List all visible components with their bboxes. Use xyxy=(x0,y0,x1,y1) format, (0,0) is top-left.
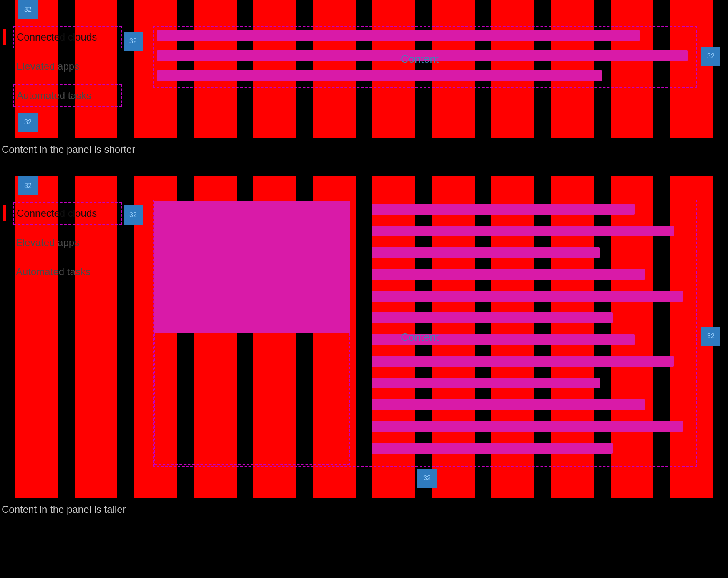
spacer-value: 32 xyxy=(707,332,715,340)
content-text-column xyxy=(372,204,693,454)
nav-item-connected-clouds[interactable]: Connected clouds xyxy=(13,202,122,225)
spacer-value: 32 xyxy=(24,6,32,13)
nav-item-label: Automated tasks xyxy=(16,266,91,278)
content-panel xyxy=(153,26,697,88)
nav-item-elevated-apps[interactable]: Elevated apps xyxy=(13,55,122,78)
text-placeholder-bar xyxy=(372,291,683,302)
layout-example-shorter: 32 Connected clouds Elevated apps Automa… xyxy=(0,0,728,138)
sidebar-nav: Connected clouds Elevated apps Automated… xyxy=(13,26,122,107)
caption-taller: Content in the panel is taller xyxy=(0,498,728,524)
spacer-value: 32 xyxy=(129,38,137,45)
nav-item-automated-tasks[interactable]: Automated tasks xyxy=(13,84,122,107)
content-image-placeholder-empty xyxy=(154,333,350,465)
sidebar-nav: Connected clouds Elevated apps Automated… xyxy=(13,202,122,283)
text-placeholder-bar xyxy=(157,30,640,41)
layout-example-taller: 32 Connected clouds Elevated apps Automa… xyxy=(0,176,728,498)
nav-item-automated-tasks[interactable]: Automated tasks xyxy=(13,261,122,283)
spacer-value: 32 xyxy=(24,182,32,190)
text-placeholder-bar xyxy=(372,247,600,258)
text-placeholder-bar xyxy=(157,50,688,61)
nav-item-label: Automated tasks xyxy=(17,90,91,101)
content-panel xyxy=(153,200,697,467)
spacer-value: 32 xyxy=(129,211,137,219)
content-bars xyxy=(154,30,696,81)
spacer-badge: 32 xyxy=(417,469,437,488)
text-placeholder-bar xyxy=(372,226,674,236)
spacer-value: 32 xyxy=(707,53,715,60)
text-placeholder-bar xyxy=(372,443,613,454)
text-placeholder-bar xyxy=(372,399,645,410)
nav-item-elevated-apps[interactable]: Elevated apps xyxy=(13,231,122,254)
text-placeholder-bar xyxy=(157,70,602,81)
text-placeholder-bar xyxy=(372,204,635,215)
spacer-badge: 32 xyxy=(18,113,38,132)
caption-shorter: Content in the panel is shorter xyxy=(0,138,728,176)
text-placeholder-bar xyxy=(372,269,645,280)
spacer-badge: 32 xyxy=(18,176,38,195)
content-image-placeholder xyxy=(154,201,350,333)
nav-item-label: Elevated apps xyxy=(16,237,79,248)
nav-item-label: Connected clouds xyxy=(17,31,97,43)
nav-item-connected-clouds[interactable]: Connected clouds xyxy=(13,26,122,48)
spacer-badge: 32 xyxy=(18,0,38,19)
spacer-value: 32 xyxy=(423,474,431,482)
text-placeholder-bar xyxy=(372,334,635,345)
spacer-badge: 32 xyxy=(701,327,720,346)
text-placeholder-bar xyxy=(372,378,600,388)
nav-item-label: Connected clouds xyxy=(17,208,97,219)
text-placeholder-bar xyxy=(372,421,683,432)
nav-item-label: Elevated apps xyxy=(16,61,79,72)
text-placeholder-bar xyxy=(372,312,613,323)
text-placeholder-bar xyxy=(372,356,674,367)
spacer-badge: 32 xyxy=(124,205,143,225)
spacer-badge: 32 xyxy=(124,32,143,51)
spacer-badge: 32 xyxy=(701,47,720,66)
spacer-value: 32 xyxy=(24,119,32,126)
